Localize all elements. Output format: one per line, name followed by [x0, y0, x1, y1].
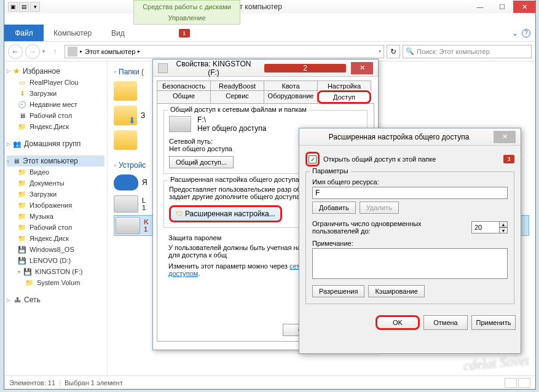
- nav-item[interactable]: 📁Документы: [7, 178, 104, 189]
- status-bar: Элементов: 11 | Выбран 1 элемент: [4, 375, 535, 389]
- share-button[interactable]: Общий доступ...: [169, 156, 234, 168]
- remove-button[interactable]: Удалить: [360, 202, 399, 214]
- pictures-icon: 📁: [18, 201, 26, 210]
- apply-button[interactable]: Применить: [471, 315, 516, 330]
- close-button[interactable]: ✕: [513, 1, 535, 13]
- dialog-titlebar: Расширенная настройка общего доступа ✕: [299, 128, 521, 146]
- nav-item[interactable]: 📁Музыка: [7, 211, 104, 222]
- spin-up[interactable]: ▲: [499, 221, 508, 227]
- tab-security[interactable]: Безопасность: [157, 80, 211, 91]
- folder-icon: [114, 81, 137, 101]
- ok-button[interactable]: OK: [376, 315, 420, 330]
- tab-general[interactable]: Общие: [157, 90, 211, 104]
- nav-item[interactable]: 📁Изображения: [7, 200, 104, 211]
- limit-spinner[interactable]: 20: [471, 221, 500, 233]
- nav-item[interactable]: 📁Яндекс.Диск: [7, 233, 104, 244]
- nav-item[interactable]: 📁Яндекс.Диск: [7, 121, 104, 132]
- caching-button[interactable]: Кэширование: [368, 285, 424, 297]
- dialog-titlebar: Свойства: KINGSTON (F:) 2 ✕: [153, 60, 378, 77]
- recent-dropdown[interactable]: ▾: [42, 49, 45, 54]
- refresh-button[interactable]: ↻: [387, 45, 400, 58]
- view-details-icon[interactable]: [505, 378, 517, 388]
- nav-item[interactable]: ⬇Загрузки: [7, 88, 104, 99]
- nav-homegroup[interactable]: ▷👥Домашняя групп: [7, 138, 104, 149]
- nav-item[interactable]: 💾LENOVO (D:): [7, 255, 104, 266]
- drive-icon: 💾: [23, 267, 32, 276]
- ribbon: Файл Компьютер Вид 1 ⌄ ?: [4, 25, 535, 42]
- address-bar[interactable]: ▸ Этот компьютер ▸ ▾: [65, 45, 384, 58]
- note-label: Примечание:: [312, 240, 508, 247]
- nav-favorites[interactable]: ▷★Избранное: [7, 65, 104, 77]
- search-box[interactable]: 🔍 Поиск: Этот компьютер: [403, 45, 532, 58]
- tab-readyboost[interactable]: ReadyBoost: [210, 80, 264, 91]
- yandex-icon: 📁: [18, 234, 26, 243]
- nav-item[interactable]: 📁Загрузки: [7, 189, 104, 200]
- minimize-button[interactable]: —: [469, 1, 491, 13]
- tab-quota[interactable]: Квота: [264, 80, 318, 91]
- tab-hardware[interactable]: Оборудование: [264, 90, 318, 104]
- dialog-title: Расширенная настройка общего доступа: [304, 133, 494, 141]
- dialog-close-button[interactable]: ✕: [351, 62, 373, 74]
- nav-item[interactable]: 📁System Volum: [7, 277, 104, 288]
- ribbon-tab-view[interactable]: Вид: [101, 25, 135, 41]
- nav-item[interactable]: ▭RealPlayer Clou: [7, 77, 104, 88]
- dialog-close-button[interactable]: ✕: [494, 131, 516, 143]
- help-icon[interactable]: ?: [522, 29, 530, 37]
- tab-sharing[interactable]: Доступ: [317, 90, 371, 104]
- group-legend: Расширенная настройка общего доступа: [168, 176, 302, 183]
- nav-item[interactable]: 🕘Недавние мест: [7, 99, 104, 110]
- parameters-group: Параметры Имя общего ресурса: Добавить У…: [305, 171, 514, 304]
- permissions-button[interactable]: Разрешения: [312, 285, 364, 297]
- folder-icon: ▭: [18, 78, 26, 87]
- contextual-tab[interactable]: Средства работы с дисками Управление: [133, 0, 240, 25]
- ribbon-tab-computer[interactable]: Компьютер: [44, 25, 101, 41]
- tab-tools[interactable]: Сервис: [210, 90, 264, 104]
- pc-icon: 🖥: [12, 157, 20, 165]
- drive-icon: 💾: [18, 245, 26, 254]
- ribbon-tab-manage[interactable]: 1: [164, 25, 200, 41]
- tab-customize[interactable]: Настройка: [317, 80, 371, 91]
- drive-path: F:\: [197, 116, 266, 124]
- address-dropdown-icon[interactable]: ▾: [379, 49, 381, 54]
- qat-dropdown[interactable]: ▾: [30, 2, 40, 12]
- cloud-icon: [114, 174, 138, 190]
- window-title: Этот компьютер: [40, 2, 469, 11]
- status-selected: Выбран 1 элемент: [65, 379, 123, 386]
- sharename-input[interactable]: [312, 187, 508, 199]
- desktop-icon: 📁: [18, 223, 26, 232]
- back-button[interactable]: ←: [8, 44, 23, 59]
- navigation-pane: ▷★Избранное ▭RealPlayer Clou ⬇Загрузки 🕘…: [4, 61, 108, 375]
- drive-icon: [116, 217, 140, 234]
- up-button[interactable]: ↑: [47, 44, 62, 59]
- nav-item[interactable]: 💾Windows8_OS: [7, 244, 104, 255]
- maximize-button[interactable]: ☐: [491, 1, 513, 13]
- hint-badge-3: 3: [503, 155, 514, 163]
- file-tab[interactable]: Файл: [4, 25, 44, 41]
- cancel-button[interactable]: Отмена: [423, 315, 468, 330]
- folder-icon: 📁: [25, 278, 34, 287]
- nav-item[interactable]: 📁Видео: [7, 167, 104, 178]
- view-tiles-icon[interactable]: [518, 378, 530, 388]
- tab-strip: Безопасность ReadyBoost Квота Настройка …: [153, 77, 378, 103]
- forward-button[interactable]: →: [25, 44, 40, 59]
- downloads-icon: 📁: [18, 190, 26, 198]
- advanced-sharing-button[interactable]: 🛡Расширенная настройка...: [169, 205, 282, 222]
- nav-thispc[interactable]: ▿🖥Этот компьютер: [7, 155, 104, 167]
- nav-network[interactable]: ▷🖧Сеть: [7, 294, 104, 305]
- qat-icon-1[interactable]: ▣: [8, 2, 18, 12]
- breadcrumb-item[interactable]: Этот компьютер: [85, 48, 135, 55]
- nav-item[interactable]: 🖥Рабочий стол: [7, 110, 104, 121]
- note-textarea[interactable]: [312, 248, 508, 279]
- music-icon: 📁: [18, 212, 26, 221]
- ribbon-collapse-icon[interactable]: ⌄: [512, 29, 518, 37]
- video-icon: 📁: [18, 168, 26, 176]
- homegroup-icon: 👥: [13, 139, 22, 148]
- nav-item[interactable]: ▿💾KINGSTON (F:): [7, 266, 104, 277]
- spin-down[interactable]: ▼: [499, 227, 508, 233]
- dialog-title: Свойства: KINGSTON (F:): [173, 60, 254, 77]
- share-folder-checkbox[interactable]: ✓: [309, 155, 317, 163]
- qat-icon-2[interactable]: ▤: [19, 2, 29, 12]
- nav-item[interactable]: 📁Рабочий стол: [7, 222, 104, 233]
- add-button[interactable]: Добавить: [312, 202, 356, 214]
- network-icon: 🖧: [13, 296, 22, 304]
